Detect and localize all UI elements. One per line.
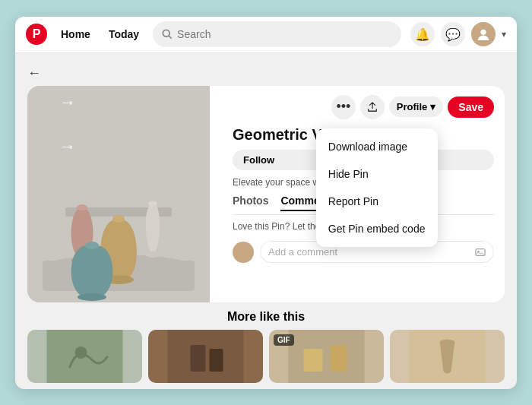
comment-placeholder: Add a comment [268, 246, 337, 258]
thumbnails-row: GIF [27, 330, 505, 383]
svg-line-1 [169, 36, 171, 38]
arrows-container: → → [59, 93, 76, 157]
arrow-bottom: → [59, 137, 76, 157]
svg-rect-23 [304, 349, 323, 372]
more-title: More like this [27, 310, 505, 324]
svg-rect-21 [210, 349, 223, 372]
thumbnail-3[interactable]: GIF [269, 330, 384, 383]
svg-point-2 [480, 30, 486, 35]
image-upload-icon [475, 247, 486, 258]
svg-point-14 [145, 252, 160, 258]
nav-today[interactable]: Today [104, 25, 144, 43]
options-button[interactable]: ••• Download image Hide Pin Report Pin G… [331, 95, 356, 119]
pinterest-logo[interactable]: P [26, 24, 47, 45]
share-button[interactable] [360, 95, 385, 119]
svg-rect-20 [191, 345, 206, 372]
tab-photos[interactable]: Photos [233, 195, 268, 211]
user-avatar[interactable] [471, 22, 496, 46]
svg-rect-24 [331, 345, 347, 372]
search-bar[interactable] [153, 21, 401, 47]
arrow-top: → [59, 93, 76, 112]
thumb-image-1 [27, 330, 142, 383]
svg-point-9 [112, 215, 125, 223]
svg-point-12 [78, 293, 106, 301]
messages-button[interactable]: 💬 [441, 22, 465, 46]
pin-detail: ••• Download image Hide Pin Report Pin G… [27, 86, 505, 302]
thumbnail-2[interactable] [148, 330, 263, 383]
nav-home[interactable]: Home [56, 25, 95, 43]
page-body: ← [15, 53, 517, 302]
thumbnail-1[interactable] [27, 330, 142, 383]
main-content: ← [15, 53, 517, 389]
thumbnail-4[interactable] [390, 330, 505, 383]
svg-point-11 [85, 242, 99, 249]
search-icon [162, 29, 173, 40]
more-section: More like this G [15, 302, 517, 389]
nav-bar: P Home Today 🔔 💬 ▾ [15, 17, 517, 53]
commenter-avatar [233, 242, 254, 263]
svg-rect-22 [289, 330, 365, 383]
hide-pin-option[interactable]: Hide Pin [316, 160, 438, 188]
thumb-image-2 [148, 330, 263, 383]
search-input[interactable] [177, 28, 392, 40]
back-row: ← [27, 59, 505, 86]
share-icon [367, 102, 378, 112]
nav-icons: 🔔 💬 ▾ [410, 22, 506, 46]
profile-button[interactable]: Profile ▾ [389, 97, 443, 117]
pin-actions-row: ••• Download image Hide Pin Report Pin G… [233, 95, 494, 119]
embed-code-option[interactable]: Get Pin embed code [316, 215, 438, 242]
report-pin-option[interactable]: Report Pin [316, 188, 438, 215]
account-chevron[interactable]: ▾ [502, 29, 506, 40]
dropdown-menu: Download image Hide Pin Report Pin Get P… [316, 128, 438, 247]
pin-right: ••• Download image Hide Pin Report Pin G… [222, 86, 505, 302]
browser-window: P Home Today 🔔 💬 ▾ [15, 17, 517, 389]
download-image-option[interactable]: Download image [316, 133, 438, 160]
svg-point-13 [148, 201, 157, 206]
notifications-button[interactable]: 🔔 [410, 22, 435, 46]
thumb-image-4 [390, 330, 505, 383]
save-button[interactable]: Save [448, 97, 494, 118]
pin-illustration [27, 86, 210, 302]
svg-point-7 [77, 204, 87, 210]
svg-point-18 [75, 346, 87, 359]
gif-badge: GIF [274, 334, 294, 346]
back-button[interactable]: ← [27, 65, 41, 81]
pin-image [27, 86, 210, 302]
user-icon [477, 27, 490, 41]
